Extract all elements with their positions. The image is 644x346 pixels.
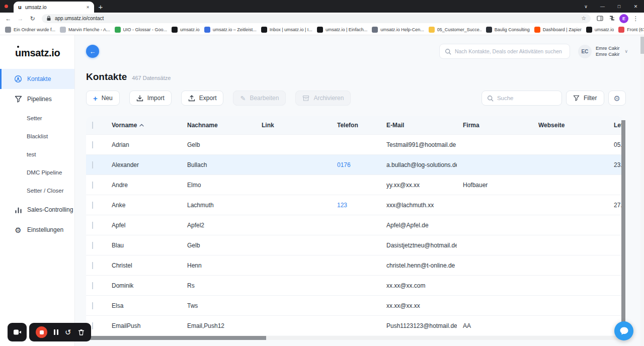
cell-vorname: Dominik: [106, 282, 181, 289]
reload-icon[interactable]: ↻: [28, 14, 37, 23]
bookmark-item[interactable]: Dashboard | Zapier: [534, 27, 582, 33]
side-panel-icon[interactable]: [595, 14, 605, 23]
row-checkbox[interactable]: [92, 282, 93, 289]
bookmark-item[interactable]: Front (67): [618, 27, 644, 33]
cell-vorname: Elsa: [106, 302, 181, 309]
table-row[interactable]: Apfel Apfel2 Apfel@Apfel.de: [86, 215, 624, 235]
table-row[interactable]: Elsa Tws xx.xx@xx.xx: [86, 295, 624, 315]
column-header-firma[interactable]: Firma: [457, 122, 532, 129]
bookmark-item[interactable]: Ein Ordner wurde f...: [5, 27, 55, 33]
row-checkbox[interactable]: [92, 182, 93, 189]
row-checkbox[interactable]: [92, 242, 93, 249]
bookmark-item[interactable]: umsatz.io: [586, 27, 614, 33]
sidebar-item-sales-controlling[interactable]: Sales-Controlling: [0, 200, 74, 220]
stop-recording-button[interactable]: [36, 326, 47, 338]
tab-search-chevron-icon[interactable]: ∨: [578, 0, 594, 13]
plus-icon: +: [93, 95, 98, 102]
table-row[interactable]: Anke Lachmuth 123 xxx@lachmuth.xx 27.1: [86, 195, 624, 215]
bookmark-item[interactable]: Baulig Consulting: [486, 27, 530, 33]
minimize-icon[interactable]: —: [594, 0, 611, 13]
global-search: [439, 44, 570, 59]
browser-menu-icon[interactable]: ⋮: [631, 14, 640, 23]
page-scrollbar[interactable]: [640, 35, 644, 346]
bookmark-item[interactable]: UIO - Glossar - Goo...: [115, 27, 168, 33]
trash-icon[interactable]: [78, 329, 85, 336]
row-checkbox[interactable]: [92, 322, 93, 329]
table-row[interactable]: Blau Gelb Dasistjetztneu@hotmail.de: [86, 235, 624, 255]
filter-button[interactable]: Filter: [566, 91, 604, 106]
chat-launcher-button[interactable]: [614, 321, 633, 340]
back-button[interactable]: ←: [86, 45, 99, 58]
new-tab-button[interactable]: +: [94, 1, 107, 13]
page-scrollbar-thumb[interactable]: [640, 37, 644, 54]
column-header-telefon[interactable]: Telefon: [331, 122, 380, 129]
cell-telefon[interactable]: 123: [331, 202, 380, 209]
row-checkbox[interactable]: [92, 161, 93, 168]
cell-nachname: Apfel2: [181, 222, 256, 229]
horizontal-scrollbar[interactable]: [86, 336, 620, 340]
row-checkbox[interactable]: [92, 262, 93, 269]
cell-vorname: Christel: [106, 262, 181, 269]
extensions-puzzle-icon[interactable]: [607, 14, 617, 23]
browser-tab[interactable]: u umsatz.io ✕: [14, 2, 94, 13]
row-checkbox[interactable]: [92, 302, 93, 309]
bookmark-item[interactable]: umsatz.io: [172, 27, 200, 33]
table-settings-button[interactable]: ⚙: [608, 91, 626, 106]
sidebar-item-kontakte[interactable]: Kontakte: [0, 69, 74, 89]
column-header-link[interactable]: Link: [256, 122, 331, 129]
horizontal-scrollbar-thumb[interactable]: [86, 336, 266, 340]
sidebar-item-blacklist[interactable]: Blacklist: [0, 127, 74, 145]
row-checkbox[interactable]: [92, 222, 93, 229]
bookmark-item[interactable]: umsatz.io Help-Cen...: [372, 27, 424, 33]
user-menu[interactable]: EC Emre Cakir Emre Cakir ∨: [578, 45, 628, 58]
camera-button[interactable]: [8, 323, 27, 341]
cell-vorname: EmailPush: [106, 322, 181, 329]
back-icon[interactable]: ←: [4, 14, 13, 23]
new-button[interactable]: + Neu: [86, 91, 120, 106]
export-button[interactable]: Export: [181, 91, 224, 106]
browser-profile-avatar[interactable]: E: [619, 14, 628, 23]
select-all-checkbox[interactable]: [92, 122, 93, 129]
sidebar-item-einstellungen[interactable]: ⚙ Einstellungen: [0, 220, 74, 240]
table-row[interactable]: Adrian Gelb Testmail991@hootmail.de 05.1: [86, 134, 624, 154]
topbar: ← EC Emre Cakir Emre Cakir ∨: [86, 35, 644, 67]
sidebar-item-setter-closer[interactable]: Setter / Closer: [0, 182, 74, 200]
sidebar-item-setter[interactable]: Setter: [0, 109, 74, 127]
bookmark-item[interactable]: Marvin Flenche - A...: [60, 27, 110, 33]
column-header-email[interactable]: E-Mail: [380, 122, 457, 129]
address-bar[interactable]: app.umsatz.io/contact ☆: [42, 14, 591, 23]
restart-recording-icon[interactable]: ↺: [65, 328, 71, 336]
column-header-nachname[interactable]: Nachname: [181, 122, 256, 129]
table-row[interactable]: EmailPush Email,Push12 Push1123123@hotma…: [86, 315, 624, 335]
app-window: umsatz.io Kontakte Pipelines Setter Blac…: [0, 35, 644, 346]
edit-button[interactable]: ✎ Bearbeiten: [233, 91, 286, 106]
close-icon[interactable]: ✕: [627, 0, 644, 13]
bookmark-item[interactable]: umsatz.io – Zeitleist...: [204, 27, 257, 33]
row-checkbox[interactable]: [92, 202, 93, 209]
table-row[interactable]: Christel Henn christel.henn@t-online.de: [86, 255, 624, 275]
pause-recording-button[interactable]: [54, 329, 58, 335]
table-search-input[interactable]: [497, 95, 556, 101]
sidebar-item-test[interactable]: test: [0, 145, 74, 163]
table-row[interactable]: Alexander Bullach 0176 a.bullach@log-sol…: [86, 154, 624, 175]
import-button[interactable]: Import: [129, 91, 172, 106]
global-search-input[interactable]: [455, 48, 565, 54]
bookmark-item[interactable]: Inbox | umsatz.io | I...: [261, 27, 312, 33]
sidebar-item-pipelines[interactable]: Pipelines: [0, 89, 74, 109]
table-row[interactable]: Dominik Rs xx.xx@xx.com: [86, 275, 624, 295]
bookmark-star-icon[interactable]: ☆: [581, 15, 586, 22]
column-header-vorname[interactable]: Vorname: [106, 122, 181, 129]
column-header-webseite[interactable]: Webseite: [532, 122, 608, 129]
sidebar-item-dmc-pipeline[interactable]: DMC Pipeline: [0, 163, 74, 182]
vertical-scrollbar[interactable]: [621, 117, 625, 336]
archive-button[interactable]: Archivieren: [295, 91, 351, 106]
bookmark-item[interactable]: 05_Customer_Succe...: [429, 27, 481, 33]
maximize-icon[interactable]: □: [611, 0, 627, 13]
bookmark-item[interactable]: umsatz.io | Einfach...: [317, 27, 367, 33]
vertical-scrollbar-thumb[interactable]: [621, 120, 625, 326]
tab-close-icon[interactable]: ✕: [86, 5, 90, 10]
row-checkbox[interactable]: [92, 141, 93, 148]
table-row[interactable]: Andre Elmo yy.xx@xx.xx Hofbauer: [86, 175, 624, 195]
cell-telefon[interactable]: 0176: [331, 161, 380, 168]
forward-icon[interactable]: →: [16, 14, 25, 23]
